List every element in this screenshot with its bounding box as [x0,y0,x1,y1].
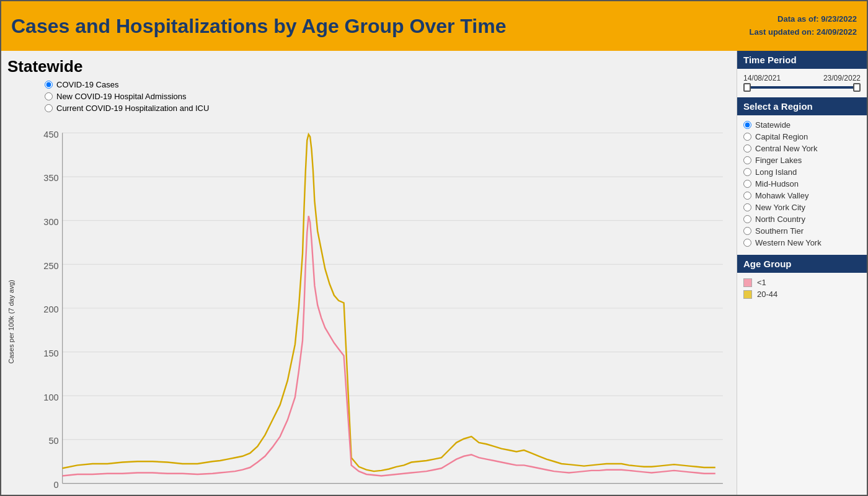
region-long-island[interactable]: Long Island [743,167,861,177]
age-under-1: <1 [743,278,861,287]
svg-text:300: 300 [43,217,58,227]
region-north-country[interactable]: North Country [743,215,861,224]
y-axis-label: Cases per 100k (7 day avg) [7,118,15,495]
svg-text:0: 0 [53,480,58,490]
svg-text:450: 450 [43,130,58,140]
region-mid-hudson[interactable]: Mid-Hudson [743,179,861,188]
region-mohawk-valley[interactable]: Mohawk Valley [743,191,861,200]
slider-thumb-left[interactable] [743,83,751,92]
age-20-44-swatch [743,290,752,299]
region-capital[interactable]: Capital Region [743,132,861,141]
svg-text:250: 250 [43,261,58,271]
slider-thumb-right[interactable] [853,83,861,92]
svg-text:150: 150 [43,348,58,358]
time-slider-track[interactable] [743,86,861,89]
region-statewide[interactable]: Statewide [743,120,861,130]
hospitalization-icu-label: Current COVID-19 Hospitalization and ICU [56,104,209,113]
region-section: Statewide Capital Region Central New Yor… [737,115,867,255]
region-southern-tier[interactable]: Southern Tier [743,226,861,236]
age-20-44: 20-44 [743,290,861,299]
region-western-ny[interactable]: Western New York [743,238,861,247]
covid-cases-label: COVID-19 Cases [56,80,118,89]
age-group-section: <1 20-44 [737,273,867,306]
age-group-header: Age Group [737,255,867,273]
page-title: Cases and Hospitalizations by Age Group … [11,15,506,38]
metric-radio-group: COVID-19 Cases New COVID-19 Hospital Adm… [45,80,730,113]
hospitalization-icu-radio[interactable] [45,104,53,112]
time-period-header: Time Period [737,51,867,69]
data-date: Data as of: 9/23/2022 Last updated on: 2… [750,13,857,39]
region-nyc[interactable]: New York City [743,203,861,212]
age-20-44-label: 20-44 [757,290,777,299]
svg-text:200: 200 [43,304,58,314]
sidebar: Time Period 14/08/2021 23/09/2022 Select… [737,51,867,495]
svg-text:350: 350 [43,173,58,183]
age-under-1-swatch [743,278,752,287]
time-period-section: 14/08/2021 23/09/2022 [737,69,867,97]
region-central-ny[interactable]: Central New York [743,144,861,153]
svg-text:100: 100 [43,392,58,402]
select-region-header: Select a Region [737,97,867,115]
svg-text:50: 50 [48,436,58,446]
hospital-admissions-radio[interactable] [45,92,53,100]
age-under-1-label: <1 [757,278,766,287]
time-end: 23/09/2022 [823,74,861,82]
region-finger-lakes[interactable]: Finger Lakes [743,156,861,165]
chart-svg-container: 0 50 100 150 200 250 300 350 450 1 août … [17,118,730,495]
hospital-admissions-label: New COVID-19 Hospital Admissions [56,92,187,101]
time-start: 14/08/2021 [743,74,781,82]
chart-region-title: Statewide [7,57,730,76]
covid-cases-radio[interactable] [45,81,53,89]
